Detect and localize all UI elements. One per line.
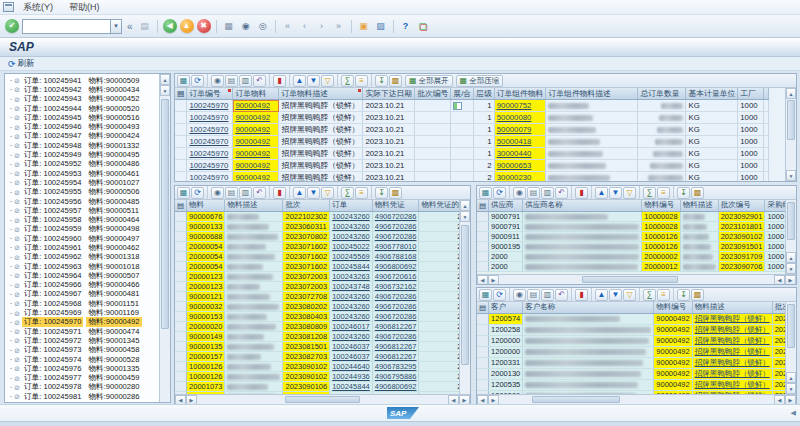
column-header[interactable]: 订单组件物料 [494, 88, 546, 100]
abort-icon[interactable] [273, 187, 286, 199]
cell-link[interactable]: 100245844 [332, 382, 370, 391]
cell-link[interactable]: 4906720286 [375, 332, 417, 341]
select-all-corner[interactable]: ▤ [175, 200, 187, 211]
tree-item[interactable]: ·⊘订单: 100245977物料:90000459 [8, 374, 158, 383]
cell-link[interactable]: 100245970 [189, 137, 228, 146]
sort-desc-icon[interactable] [307, 75, 320, 87]
refresh-grid-icon[interactable] [493, 187, 506, 199]
expand-collapse-icon[interactable] [453, 102, 462, 110]
row-selector[interactable] [477, 379, 489, 390]
views-icon[interactable] [389, 75, 402, 87]
column-header[interactable]: 供应商 [489, 200, 523, 211]
grid-cell[interactable]: 90000688 [187, 231, 225, 241]
grid-cell[interactable]: 90000492 [654, 324, 692, 335]
row-selector[interactable] [175, 172, 187, 182]
scroll-down-icon[interactable]: ▼ [460, 211, 470, 222]
grid-cell[interactable]: 20000123 [187, 281, 225, 291]
cell-link[interactable]: 100243260 [332, 292, 370, 301]
cell-link[interactable]: 100243260 [332, 312, 370, 321]
row-selector[interactable] [175, 371, 187, 381]
grid-cell[interactable]: 2023080202 [283, 301, 330, 311]
grid-cell[interactable]: 2023102201 [772, 346, 785, 357]
scroll-thumb[interactable] [461, 225, 469, 365]
row-selector[interactable] [175, 281, 187, 291]
row-selector[interactable] [175, 271, 187, 281]
column-header[interactable]: 工厂 [738, 88, 764, 100]
column-header[interactable]: 物料凭证的年份 [419, 200, 459, 211]
material-doc-vscrollbar[interactable]: ▲ ▼ [459, 200, 470, 394]
abort-icon[interactable] [575, 289, 588, 301]
grid-cell[interactable]: 90000121 [187, 291, 225, 301]
cell-link[interactable]: 100246017 [332, 322, 370, 331]
cell-link[interactable]: 招牌黑鸭鸭脖（锁鲜） [695, 336, 770, 345]
grid-cell[interactable]: 10000126 [642, 241, 680, 251]
grid-cell[interactable]: 10000028 [642, 211, 680, 221]
sort-asc-icon[interactable] [293, 187, 306, 199]
grid-cell[interactable]: 20001073 [187, 381, 225, 391]
tree-item[interactable]: ·⊘订单: 100245968物料:90001151 [8, 299, 158, 308]
tree-item[interactable]: ·⊘订单: 100245949物料:90000495 [8, 150, 158, 159]
scroll-right-icon[interactable]: ▶ [785, 275, 796, 285]
grid-cell[interactable]: 2023081501 [283, 341, 330, 351]
page-up-icon[interactable] [298, 20, 312, 33]
filter-icon[interactable] [321, 75, 334, 87]
cell-link[interactable]: 4906800692 [375, 262, 417, 271]
save-icon[interactable] [138, 20, 152, 33]
row-selector[interactable] [175, 291, 187, 301]
grid-cell[interactable]: 2023071602 [283, 261, 330, 271]
row-selector[interactable] [477, 313, 489, 324]
cell-link[interactable]: 100243260 [332, 212, 370, 221]
grid-cell[interactable]: 10000126 [187, 371, 225, 381]
select-layout-icon[interactable] [177, 75, 190, 87]
cell-link[interactable]: 4906720286 [375, 302, 417, 311]
row-selector[interactable] [175, 221, 187, 231]
cell-link[interactable]: 4906812267 [375, 322, 417, 331]
tree-item[interactable]: ·⊘订单: 100245962物料:90001318 [8, 253, 158, 262]
grid-cell[interactable]: 10000126 [642, 231, 680, 241]
column-header[interactable]: 物料凭证 [372, 200, 419, 211]
total-icon[interactable] [643, 187, 656, 199]
row-selector[interactable] [175, 381, 187, 391]
cell-link[interactable]: 4906720286 [375, 232, 417, 241]
scroll-up-icon[interactable]: ▲ [786, 88, 796, 99]
scroll-thumb[interactable] [787, 304, 795, 348]
row-selector[interactable] [175, 124, 187, 136]
cancel-icon[interactable]: ✖ [197, 19, 211, 33]
row-selector[interactable] [477, 261, 489, 271]
sort-asc-icon[interactable] [595, 187, 608, 199]
grid-cell[interactable]: 10000126 [187, 361, 225, 371]
tree-item[interactable]: ·⊘订单: 100245970物料:90000492 [8, 318, 158, 327]
tree-item[interactable]: ·⊘订单: 100245942物料:90000434 [8, 85, 158, 94]
sort-asc-icon[interactable] [293, 75, 306, 87]
find-next-icon[interactable] [256, 20, 270, 33]
cell-link[interactable]: 招牌黑鸭鸭脖（锁鲜） [695, 369, 770, 378]
column-header[interactable]: 展/合 [451, 88, 474, 100]
help-icon[interactable] [399, 20, 413, 33]
grid-cell[interactable]: 90000133 [187, 221, 225, 231]
export-icon[interactable] [677, 187, 690, 199]
tree-item[interactable]: ·⊘订单: 100245954物料:90001027 [8, 178, 158, 187]
cell-link[interactable]: 4906720286 [375, 312, 417, 321]
select-layout-icon[interactable] [479, 289, 492, 301]
find-icon[interactable] [211, 75, 224, 87]
command-input[interactable] [22, 19, 110, 34]
grid-cell[interactable]: 90000032 [187, 301, 225, 311]
grid-cell[interactable]: 2022102302 [283, 211, 330, 221]
tree-item[interactable]: ·⊘订单: 100245959物料:90000498 [8, 225, 158, 234]
grid-cell[interactable]: 10000028 [642, 221, 680, 231]
tree-item[interactable]: ·⊘订单: 100245943物料:90000452 [8, 95, 158, 104]
cell-link[interactable]: 90000752 [497, 101, 532, 110]
row-selector[interactable] [477, 335, 489, 346]
column-header[interactable]: 实际下达日期 [363, 88, 415, 100]
cell-link[interactable]: 30000230 [497, 173, 532, 181]
grid-cell[interactable]: 90000676 [187, 211, 225, 221]
column-header[interactable]: 客户 [489, 302, 523, 313]
grid-cell[interactable]: 2023102201 [772, 335, 785, 346]
cell-link[interactable]: 100245970 [189, 125, 228, 134]
grid-cell[interactable]: 20000123 [187, 271, 225, 281]
supplier-hscrollbar[interactable]: ◀ ▶ ◀ ▶ [477, 274, 796, 284]
copy-icon[interactable] [527, 187, 540, 199]
sort-desc-icon[interactable] [307, 187, 320, 199]
scroll-thumb[interactable] [285, 396, 360, 403]
cell-link[interactable]: 招牌黑鸭鸭脖（锁鲜） [695, 314, 770, 323]
